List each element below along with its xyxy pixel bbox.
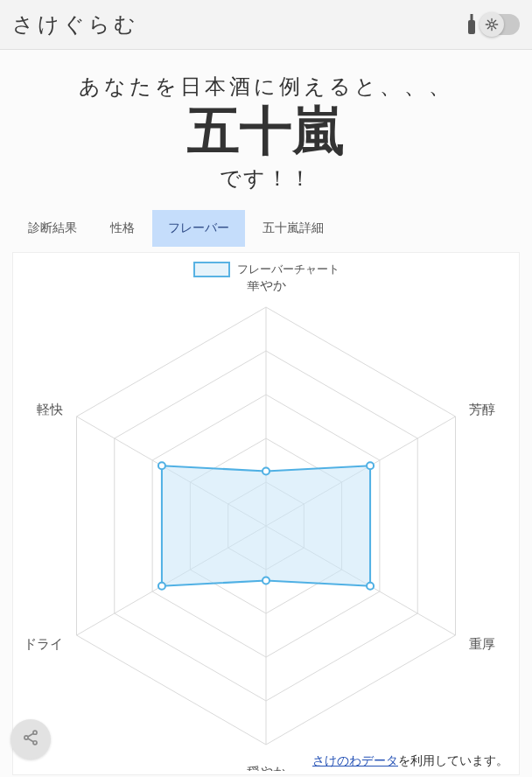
chart-card: フレーバーチャート 華やか芳醇重厚穏やかドライ軽快 さけのわデータを利用していま… xyxy=(12,252,520,775)
hero-outro: です！！ xyxy=(9,164,523,192)
axis-label: 芳醇 xyxy=(469,402,495,416)
brand-title: さけぐらむ xyxy=(12,10,139,38)
svg-point-15 xyxy=(24,736,28,739)
data-point xyxy=(367,583,374,590)
hero: あなたを日本酒に例えると、、、 五十嵐 です！！ xyxy=(0,50,532,201)
hero-intro: あなたを日本酒に例えると、、、 xyxy=(9,73,523,101)
tab-personality[interactable]: 性格 xyxy=(94,210,150,247)
axis-label: 軽快 xyxy=(37,402,63,416)
tab-diagnosis[interactable]: 診断結果 xyxy=(12,210,93,247)
axis-label: ドライ xyxy=(24,636,63,651)
data-polygon xyxy=(162,466,370,586)
axis-label: 重厚 xyxy=(469,636,495,651)
data-point xyxy=(262,578,270,584)
svg-point-16 xyxy=(33,741,37,745)
theme-toggle[interactable] xyxy=(481,14,520,35)
app-header: さけぐらむ xyxy=(0,0,532,50)
tab-flavor[interactable]: フレーバー xyxy=(152,210,245,247)
credit-link[interactable]: さけのわデータ xyxy=(312,753,398,767)
data-point xyxy=(158,583,165,590)
credit-suffix: を利用しています。 xyxy=(398,753,508,767)
radar-chart: 華やか芳醇重厚穏やかドライ軽快 xyxy=(20,281,512,771)
tabs: 診断結果 性格 フレーバー 五十嵐詳細 xyxy=(0,210,532,247)
legend-swatch xyxy=(193,262,230,277)
hero-sake-name: 五十嵐 xyxy=(9,104,523,159)
data-point xyxy=(262,468,270,475)
tab-detail[interactable]: 五十嵐詳細 xyxy=(247,210,340,247)
svg-rect-0 xyxy=(471,14,473,20)
share-icon xyxy=(22,729,39,750)
svg-point-14 xyxy=(33,731,37,734)
toggle-knob xyxy=(480,12,504,37)
data-point xyxy=(158,462,165,469)
data-credit: さけのわデータを利用しています。 xyxy=(312,753,508,769)
theme-toggle-group xyxy=(467,14,520,35)
axis-label: 華やか xyxy=(247,281,286,292)
sake-bottle-icon xyxy=(467,14,476,35)
axis-label: 穏やか xyxy=(247,764,286,771)
data-point xyxy=(367,462,374,469)
share-button[interactable] xyxy=(10,719,51,760)
svg-point-2 xyxy=(490,23,494,27)
legend-label: フレーバーチャート xyxy=(237,262,340,277)
chart-legend: フレーバーチャート xyxy=(20,262,512,277)
svg-line-17 xyxy=(28,733,33,737)
svg-line-18 xyxy=(28,738,33,742)
svg-rect-1 xyxy=(468,20,475,34)
